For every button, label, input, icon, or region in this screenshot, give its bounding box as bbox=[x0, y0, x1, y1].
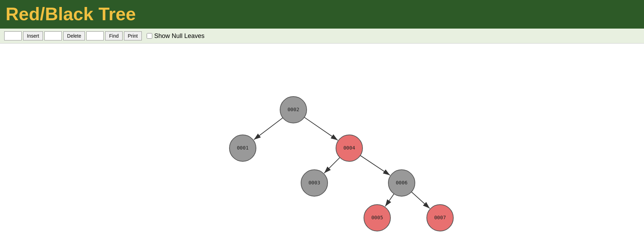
tree-node-0003[interactable]: 0003 bbox=[301, 170, 328, 196]
tree-node-0007[interactable]: 0007 bbox=[427, 205, 453, 231]
find-input[interactable] bbox=[86, 31, 104, 40]
svg-text:0001: 0001 bbox=[237, 145, 249, 151]
tree-edge bbox=[254, 118, 283, 140]
show-null-leaves-checkbox[interactable] bbox=[147, 33, 152, 39]
svg-text:0006: 0006 bbox=[396, 180, 408, 185]
insert-button[interactable]: Insert bbox=[23, 31, 43, 40]
page-header: Red/Black Tree bbox=[0, 0, 644, 29]
svg-text:0004: 0004 bbox=[343, 145, 355, 151]
print-button[interactable]: Print bbox=[124, 31, 142, 40]
svg-text:0005: 0005 bbox=[371, 215, 383, 220]
tree-edge bbox=[411, 192, 430, 209]
svg-text:0007: 0007 bbox=[434, 215, 446, 220]
tree-edge bbox=[360, 155, 390, 175]
tree-node-0006[interactable]: 0006 bbox=[388, 170, 415, 196]
toolbar: Insert Delete Find Print Show Null Leave… bbox=[0, 29, 644, 44]
delete-button[interactable]: Delete bbox=[63, 31, 85, 40]
tree-edge bbox=[324, 158, 340, 173]
tree-canvas: 0002000100040003000600050007 bbox=[0, 44, 644, 237]
nodes-group: 0002000100040003000600050007 bbox=[229, 97, 453, 231]
find-button[interactable]: Find bbox=[105, 31, 122, 40]
svg-text:0002: 0002 bbox=[287, 107, 299, 112]
tree-node-0001[interactable]: 0001 bbox=[229, 135, 256, 161]
show-null-leaves-text: Show Null Leaves bbox=[154, 32, 205, 40]
delete-input[interactable] bbox=[44, 31, 62, 40]
tree-node-0005[interactable]: 0005 bbox=[364, 205, 390, 231]
tree-node-0002[interactable]: 0002 bbox=[280, 97, 307, 123]
show-null-leaves-label[interactable]: Show Null Leaves bbox=[147, 32, 205, 40]
tree-svg: 0002000100040003000600050007 bbox=[0, 44, 644, 237]
insert-input[interactable] bbox=[4, 31, 22, 40]
tree-edge bbox=[304, 117, 338, 140]
tree-edge bbox=[385, 194, 394, 206]
page-title: Red/Black Tree bbox=[6, 3, 638, 24]
svg-text:0003: 0003 bbox=[308, 180, 320, 185]
tree-node-0004[interactable]: 0004 bbox=[336, 135, 363, 161]
